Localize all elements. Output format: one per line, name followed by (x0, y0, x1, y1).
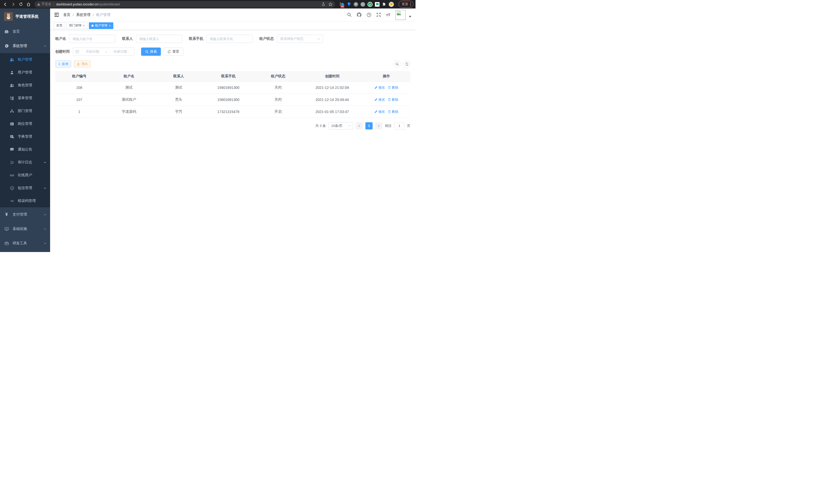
cell-created: 2021-12-14 20:49:44 (302, 93, 362, 106)
close-tab-icon[interactable]: × (109, 24, 111, 28)
sidebar-item-tenant[interactable]: 租户管理 (0, 53, 50, 66)
command-extension-icon[interactable]: ⌘ (353, 2, 358, 7)
status-select[interactable]: 请选择租户状态 (277, 35, 323, 43)
col-status: 租户状态 (254, 71, 302, 82)
sidebar-item-system[interactable]: 系统管理 (0, 39, 50, 53)
extension-count-badge: 10 (341, 5, 344, 8)
sidebar-item-online-user[interactable]: 在线用户 (0, 169, 50, 182)
breadcrumb-home[interactable]: 首页 (63, 12, 70, 17)
puzzle-extensions-icon[interactable] (382, 2, 386, 7)
yudao-extension-icon[interactable]: y (368, 2, 373, 7)
delete-link[interactable]: 删除 (388, 97, 398, 102)
app-logo-row[interactable]: 芋道管理系统 (0, 8, 50, 24)
address-divider (54, 3, 54, 6)
sidebar-item-audit-log[interactable]: 审计日志 (0, 156, 50, 169)
end-date-placeholder[interactable]: 结束日期 (109, 49, 132, 54)
toolbox-icon (4, 241, 9, 245)
sidebar-item-post[interactable]: 岗位管理 (0, 117, 50, 130)
tab-dept[interactable]: 部门管理 × (66, 22, 87, 29)
avatar-caret-icon[interactable] (409, 16, 411, 18)
start-date-placeholder[interactable]: 开始日期 (81, 49, 104, 54)
edit-icon (374, 98, 377, 101)
chrome-update-button[interactable]: 更新 (399, 1, 413, 8)
contact-label: 联系人 (122, 36, 133, 41)
cell-tenant-id: 1 (55, 106, 103, 118)
address-bar[interactable]: 不安全 dashboard.yudao.iocoder.cn/system/te… (34, 1, 335, 8)
sidebar-item-menu[interactable]: 菜单管理 (0, 92, 50, 105)
delete-link[interactable]: 删除 (388, 85, 398, 90)
reset-button[interactable]: 重置 (164, 48, 183, 56)
trash-icon (388, 86, 391, 89)
profile-avatar-icon[interactable] (389, 2, 394, 7)
share-icon[interactable] (321, 2, 325, 6)
sidebar-item-notice[interactable]: 通知公告 (0, 143, 50, 156)
delete-link[interactable]: 删除 (388, 110, 398, 114)
sidebar-item-infra[interactable]: 基础设施 (0, 222, 50, 236)
goto-page-input[interactable] (394, 122, 404, 129)
font-size-icon[interactable]: тT (386, 12, 390, 17)
search-button[interactable]: 搜索 (141, 48, 161, 56)
pin-extension-icon[interactable] (347, 2, 351, 7)
page-size-select[interactable]: 10条/页 (328, 122, 353, 129)
edit-link[interactable]: 修改 (374, 85, 385, 90)
create-time-range-picker[interactable]: 开始日期 - 结束日期 (73, 48, 134, 56)
edit-icon (374, 86, 377, 89)
sidebar-item-home[interactable]: 首页 (0, 24, 50, 39)
tab-tenant[interactable]: 租户管理 × (89, 22, 113, 29)
col-actions: 操作 (362, 71, 410, 82)
cell-created: 2021-12-14 21:02:09 (302, 82, 362, 93)
recorder-extension-icon[interactable] (361, 2, 365, 7)
next-page-button[interactable] (375, 122, 382, 129)
toggle-search-button[interactable] (393, 60, 401, 67)
sidebar-item-dev-tools[interactable]: 研发工具 (0, 236, 50, 250)
reload-icon[interactable] (18, 1, 24, 8)
sidebar-item-dept[interactable]: 部门管理 (0, 105, 50, 117)
sidebar-item-dict[interactable]: 字典管理 (0, 130, 50, 143)
post-badge-icon (10, 122, 14, 126)
trash-icon (388, 110, 391, 113)
breadcrumb-system[interactable]: 系统管理 (76, 12, 90, 17)
mobile-input[interactable] (206, 35, 253, 43)
extensions-area: 10 ⌘ y (340, 2, 394, 7)
user-avatar[interactable] (396, 10, 406, 20)
cell-tenant-name: 测试租户 (103, 93, 155, 106)
home-icon[interactable] (25, 1, 32, 8)
browser-menu-icon[interactable] (410, 3, 411, 6)
log-edit-icon (10, 160, 14, 165)
page-1-button[interactable]: 1 (365, 122, 373, 129)
forward-icon[interactable] (10, 1, 17, 8)
help-icon[interactable] (367, 12, 371, 17)
chat-extension-icon[interactable] (375, 2, 379, 7)
refresh-table-button[interactable] (403, 60, 410, 67)
export-button[interactable]: 导出 (74, 60, 91, 67)
sidebar-item-user[interactable]: 用户管理 (0, 66, 50, 79)
table-toolbar: + 新增 导出 (55, 60, 410, 67)
bookmark-star-icon[interactable] (328, 2, 333, 6)
logo-image (4, 12, 13, 21)
collapse-sidebar-icon[interactable] (54, 12, 62, 17)
extension-badge-icon[interactable]: 10 (340, 2, 344, 7)
security-status[interactable]: 不安全 (37, 2, 51, 6)
prev-page-button[interactable] (355, 122, 363, 129)
add-button[interactable]: + 新增 (55, 60, 71, 67)
contact-input[interactable] (136, 35, 182, 43)
tenant-name-input[interactable] (69, 35, 115, 43)
github-icon[interactable] (357, 12, 362, 17)
edit-link[interactable]: 修改 (374, 97, 385, 102)
edit-link[interactable]: 修改 (374, 110, 385, 114)
header-search-icon[interactable] (347, 12, 351, 17)
cell-tenant-name: 芋道源码 (103, 106, 155, 118)
cell-mobile: 17321315478 (203, 106, 254, 118)
sidebar-item-role[interactable]: 角色管理 (0, 79, 50, 92)
sidebar-item-sms[interactable]: 短信管理 (0, 182, 50, 195)
close-tab-icon[interactable]: × (83, 24, 85, 28)
sidebar-item-pay[interactable]: ¥ 支付管理 (0, 207, 50, 222)
sidebar-item-error-code[interactable]: </> 错误码管理 (0, 195, 50, 207)
tab-home[interactable]: 首页 (54, 22, 65, 29)
active-tab-dot (91, 25, 93, 27)
url-text[interactable]: dashboard.yudao.iocoder.cn/system/tenant (56, 2, 320, 6)
back-icon[interactable] (2, 1, 9, 8)
fullscreen-icon[interactable] (376, 12, 381, 17)
cell-created: 2021-01-05 17:03:47 (302, 106, 362, 118)
tenant-name-label: 租户名 (55, 36, 66, 41)
